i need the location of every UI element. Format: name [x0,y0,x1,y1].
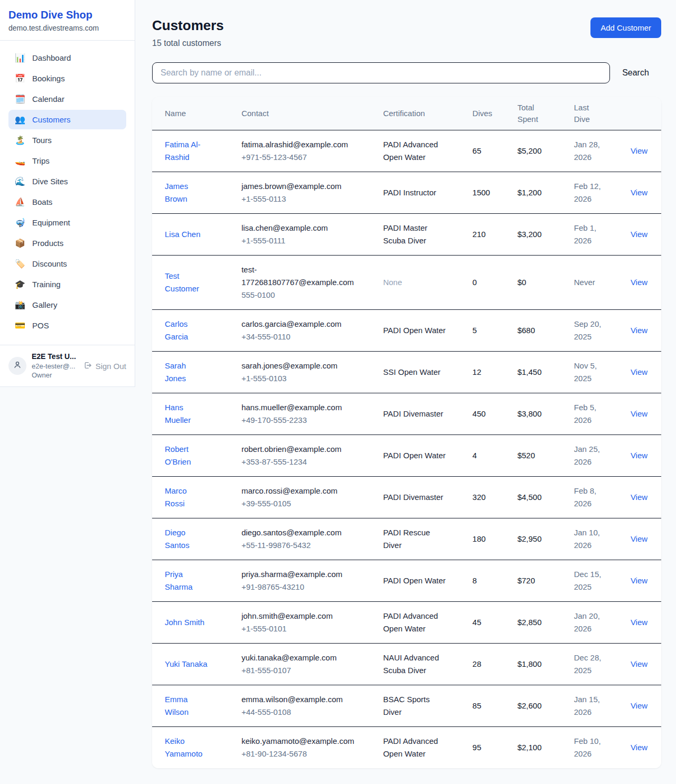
customer-email: james.brown@example.com [241,180,358,193]
sidebar-item-dashboard[interactable]: 📊 Dashboard [8,48,126,68]
customer-dives: 95 [460,727,505,769]
customer-dives: 85 [460,685,505,727]
page-title: Customers [152,17,224,34]
sidebar-item-bookings[interactable]: 📅 Bookings [8,69,126,88]
sidebar: Demo Dive Shop demo.test.divestreams.com… [0,0,135,387]
bookings-icon: 📅 [15,74,25,83]
user-email: e2e-tester@... [32,362,78,371]
customer-name-link[interactable]: Sarah Jones [165,361,186,383]
view-customer-link[interactable]: View [631,188,647,197]
customer-name-link[interactable]: John Smith [165,618,204,627]
customer-name-link[interactable]: Marco Rossi [165,486,187,508]
view-customer-link[interactable]: View [631,409,647,418]
customer-dives: 210 [460,214,505,256]
customer-email: robert.obrien@example.com [241,443,358,456]
customer-name-link[interactable]: Diego Santos [165,528,190,550]
customer-dives: 450 [460,393,505,435]
customer-dives: 65 [460,130,505,172]
view-customer-link[interactable]: View [631,326,647,335]
customer-contact: lisa.chen@example.com +1-555-0111 [229,214,370,256]
customer-name-link[interactable]: James Brown [165,182,188,203]
customer-certification: PADI Open Water [383,451,445,460]
customer-total-spent: $2,850 [505,602,561,644]
customer-name-link[interactable]: Carlos Garcia [165,319,188,341]
customer-email: john.smith@example.com [241,610,358,622]
customer-name-link[interactable]: Test Customer [165,271,199,293]
search-input[interactable] [152,62,610,83]
view-customer-link[interactable]: View [631,618,647,627]
sidebar-item-training[interactable]: 🎓 Training [8,275,126,294]
table-row: Fatima Al-Rashid fatima.alrashid@example… [152,130,661,172]
customer-certification: PADI Advanced Open Water [383,736,438,758]
customer-name-link[interactable]: Yuki Tanaka [165,659,208,668]
table-row: Emma Wilson emma.wilson@example.com +44-… [152,685,661,727]
user-texts: E2E Test U... e2e-tester@... Owner [32,352,78,380]
customer-name-link[interactable]: Keiko Yamamoto [165,736,202,758]
sidebar-item-boats[interactable]: ⛵ Boats [8,192,126,212]
sidebar-item-tours[interactable]: 🏝️ Tours [8,130,126,150]
customer-last-dive: Jan 25, 2026 [561,435,618,477]
view-customer-link[interactable]: View [631,701,647,710]
customer-total-spent: $2,600 [505,685,561,727]
view-customer-link[interactable]: View [631,278,647,287]
sign-out-button[interactable]: Sign Out [83,361,126,371]
customer-last-dive: Jan 15, 2026 [561,685,618,727]
sidebar-item-dive-sites[interactable]: 🌊 Dive Sites [8,172,126,191]
customer-total-spent: $5,200 [505,130,561,172]
customer-email: fatima.alrashid@example.com [241,138,358,151]
customer-name-link[interactable]: Fatima Al-Rashid [165,140,201,162]
sidebar-item-products[interactable]: 📦 Products [8,233,126,253]
view-customer-link[interactable]: View [631,576,647,585]
sidebar-item-customers[interactable]: 👥 Customers [8,110,126,129]
customer-contact: priya.sharma@example.com +91-98765-43210 [229,560,370,602]
customer-dives: 12 [460,352,505,393]
products-icon: 📦 [15,239,25,248]
customer-certification: PADI Open Water [383,576,445,585]
customer-total-spent: $1,450 [505,352,561,393]
customer-last-dive: Jan 20, 2026 [561,602,618,644]
customer-total-spent: $4,500 [505,477,561,518]
customer-phone: +1-555-0101 [241,622,358,635]
equipment-icon: 🤿 [15,219,25,227]
view-customer-link[interactable]: View [631,743,647,752]
avatar [8,357,26,375]
sidebar-item-trips[interactable]: 🚤 Trips [8,151,126,171]
view-customer-link[interactable]: View [631,146,647,155]
sidebar-item-calendar[interactable]: 🗓️ Calendar [8,89,126,109]
customers-table: Name Contact Certification Dives Total S… [152,97,661,768]
customer-name-link[interactable]: Robert O'Brien [165,445,191,466]
customer-contact: carlos.garcia@example.com +34-555-0110 [229,310,370,352]
view-customer-link[interactable]: View [631,534,647,543]
sidebar-item-pos[interactable]: 💳 POS [8,316,126,335]
customer-name-link[interactable]: Hans Mueller [165,403,191,424]
customer-email: priya.sharma@example.com [241,568,358,581]
brand-title[interactable]: Demo Dive Shop [8,9,126,21]
customer-contact: marco.rossi@example.com +39-555-0105 [229,477,370,518]
view-customer-link[interactable]: View [631,230,647,239]
customer-certification: PADI Divemaster [383,409,443,418]
sidebar-item-equipment[interactable]: 🤿 Equipment [8,213,126,232]
customer-name-link[interactable]: Priya Sharma [165,570,193,591]
customer-name-link[interactable]: Emma Wilson [165,695,189,716]
view-customer-link[interactable]: View [631,451,647,460]
customer-email: lisa.chen@example.com [241,222,358,234]
customers-table-card: Name Contact Certification Dives Total S… [152,97,661,768]
sidebar-item-gallery[interactable]: 📸 Gallery [8,295,126,315]
view-customer-link[interactable]: View [631,367,647,376]
table-row: Sarah Jones sarah.jones@example.com +1-5… [152,352,661,393]
customer-last-dive: Nov 5, 2025 [561,352,618,393]
table-row: Lisa Chen lisa.chen@example.com +1-555-0… [152,214,661,256]
view-customer-link[interactable]: View [631,493,647,502]
customer-phone: +81-90-1234-5678 [241,748,358,760]
customer-dives: 180 [460,518,505,560]
view-customer-link[interactable]: View [631,659,647,668]
customer-certification: SSI Open Water [383,367,440,376]
add-customer-button[interactable]: Add Customer [590,17,661,38]
sidebar-item-discounts[interactable]: 🏷️ Discounts [8,254,126,273]
customer-contact: keiko.yamamoto@example.com +81-90-1234-5… [229,727,370,769]
customer-total-spent: $1,200 [505,172,561,214]
customer-last-dive: Feb 8, 2026 [561,477,618,518]
customer-dives: 0 [460,256,505,310]
customer-name-link[interactable]: Lisa Chen [165,230,201,239]
search-button[interactable]: Search [610,68,661,78]
